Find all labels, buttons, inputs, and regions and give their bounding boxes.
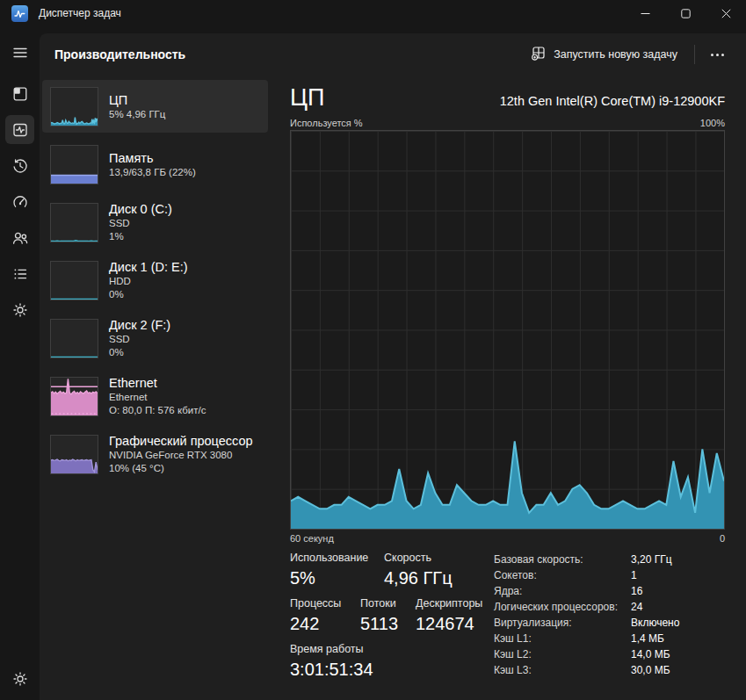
cpu-detail-panel: ЦП 12th Gen Intel(R) Core(TM) i9-12900KF… bbox=[290, 83, 725, 689]
performance-list: ЦП 5% 4,96 ГГц Память 13,9/63,8 ГБ (22%)… bbox=[42, 80, 268, 486]
detail-cores: Ядра: bbox=[494, 583, 631, 599]
stat-threads: Потоки 5113 bbox=[360, 597, 416, 635]
chart-ymax-label: 100% bbox=[700, 118, 725, 128]
cpu-name: 12th Gen Intel(R) Core(TM) i9-12900KF bbox=[500, 94, 725, 112]
sidebar-item-startup-apps[interactable] bbox=[5, 187, 34, 216]
task-manager-window: Диспетчер задач bbox=[0, 0, 746, 700]
disk2-mini-chart bbox=[50, 319, 98, 358]
sidebar-item-app-history[interactable] bbox=[5, 151, 34, 180]
app-logo-icon bbox=[11, 5, 28, 22]
stat-usage: Использование 5% bbox=[290, 552, 384, 589]
more-options-button[interactable] bbox=[703, 47, 732, 63]
detail-sockets: Сокетов: bbox=[494, 567, 631, 583]
stat-uptime: Время работы 3:01:51:34 bbox=[290, 643, 373, 681]
chart-xlabel-right: 0 bbox=[720, 533, 725, 544]
cpu-mini-chart bbox=[50, 87, 98, 126]
close-button[interactable] bbox=[706, 0, 746, 26]
run-new-task-label: Запустить новую задачу bbox=[554, 48, 677, 61]
detail-virtualization: Виртуализация: bbox=[494, 615, 631, 631]
settings-icon[interactable] bbox=[5, 664, 34, 693]
perf-item-disk0[interactable]: Диск 0 (C:) SSD 1% bbox=[42, 196, 268, 249]
window-title: Диспетчер задач bbox=[39, 7, 121, 19]
titlebar: Диспетчер задач bbox=[0, 0, 746, 26]
sidebar-item-processes[interactable] bbox=[5, 79, 34, 108]
sidebar-item-users[interactable] bbox=[5, 223, 34, 252]
stat-handles: Дескрипторы 124674 bbox=[416, 597, 482, 635]
sidebar-item-details[interactable] bbox=[5, 259, 34, 288]
sidebar-item-performance[interactable] bbox=[5, 115, 34, 144]
content-area: Производительность Запустить новую задач… bbox=[40, 33, 746, 700]
cpu-panel-title: ЦП bbox=[290, 83, 324, 112]
detail-cache-l2: Кэш L2: bbox=[494, 646, 631, 662]
memory-mini-chart bbox=[50, 145, 98, 184]
toolbar: Производительность Запустить новую задач… bbox=[40, 33, 746, 76]
disk1-mini-chart bbox=[50, 261, 98, 300]
perf-item-ethernet[interactable]: Ethernet Ethernet О: 80,0 П: 576 кбит/с bbox=[42, 370, 268, 422]
detail-logical-processors: Логических процессоров: bbox=[494, 599, 631, 615]
cpu-stats: Использование 5% Скорость 4,96 ГГц Проце… bbox=[290, 552, 725, 689]
perf-item-memory[interactable]: Память 13,9/63,8 ГБ (22%) bbox=[42, 138, 268, 191]
perf-item-gpu[interactable]: Графический процессор NVIDIA GeForce RTX… bbox=[42, 428, 268, 480]
hamburger-menu-icon[interactable] bbox=[5, 38, 34, 67]
detail-base-speed: Базовая скорость: bbox=[494, 552, 631, 567]
gpu-mini-chart bbox=[50, 435, 98, 474]
cpu-details-table: Базовая скорость: 3,20 ГГц Сокетов: 1 Яд… bbox=[494, 552, 679, 689]
navigation-rail bbox=[0, 26, 40, 700]
chart-xlabel-left: 60 секунд bbox=[290, 533, 334, 544]
run-new-task-button[interactable]: Запустить новую задачу bbox=[522, 40, 686, 69]
disk0-mini-chart bbox=[50, 203, 98, 242]
new-task-icon bbox=[531, 46, 546, 63]
page-title: Производительность bbox=[54, 47, 185, 61]
perf-item-cpu[interactable]: ЦП 5% 4,96 ГГц bbox=[42, 80, 268, 133]
sidebar-item-services[interactable] bbox=[5, 295, 34, 324]
cpu-usage-chart bbox=[290, 130, 725, 530]
chart-ylabel: Используется % bbox=[290, 118, 363, 128]
ethernet-mini-chart bbox=[50, 377, 98, 416]
perf-item-disk1[interactable]: Диск 1 (D: E:) HDD 0% bbox=[42, 254, 268, 307]
minimize-button[interactable] bbox=[625, 0, 665, 26]
stat-speed: Скорость 4,96 ГГц bbox=[384, 552, 453, 589]
perf-item-disk2[interactable]: Диск 2 (F:) SSD 0% bbox=[42, 312, 268, 364]
maximize-button[interactable] bbox=[665, 0, 706, 26]
detail-cache-l3: Кэш L3: bbox=[494, 662, 631, 678]
toolbar-divider bbox=[694, 45, 695, 64]
detail-cache-l1: Кэш L1: bbox=[494, 631, 631, 646]
stat-processes: Процессы 242 bbox=[290, 597, 360, 635]
